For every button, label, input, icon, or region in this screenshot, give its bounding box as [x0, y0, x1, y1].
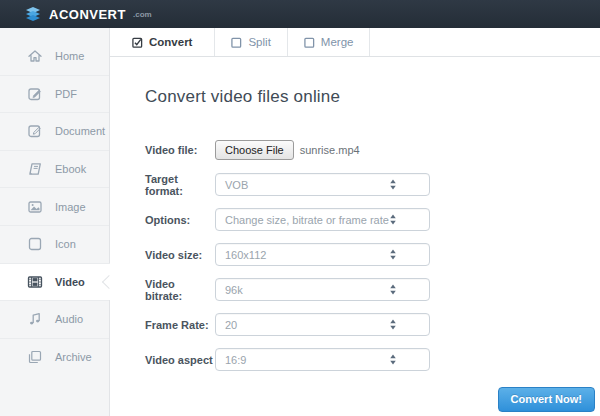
ebook-icon [27, 161, 43, 177]
form-row-video-bitrate: Video bitrate: 96k [145, 278, 600, 301]
field-label: Target format: [145, 173, 215, 197]
sidebar-item-audio[interactable]: Audio [0, 300, 109, 338]
select-stepper-icon [389, 214, 397, 225]
video-icon [27, 274, 43, 290]
brand-suffix: .com [133, 10, 152, 19]
sidebar: Home PDF Document Ebook Image Icon [0, 28, 110, 416]
field-label: Frame Rate: [145, 319, 215, 331]
target-format-select[interactable]: VOB [215, 173, 430, 196]
select-value: Change size, bitrate or frame rate [225, 214, 389, 226]
tab-convert[interactable]: Convert [110, 28, 215, 56]
audio-icon [27, 311, 43, 327]
home-icon [27, 48, 43, 64]
video-size-select[interactable]: 160x112 [215, 243, 430, 266]
sidebar-item-label: Document [55, 125, 105, 137]
app-window: ACONVERT.com Home PDF Document Ebook [0, 0, 600, 416]
layers-icon [24, 7, 42, 22]
sidebar-item-label: Audio [55, 313, 83, 325]
icon-icon [27, 236, 43, 252]
select-stepper-icon [389, 249, 397, 260]
sidebar-item-label: Home [55, 50, 84, 62]
sidebar-item-icon[interactable]: Icon [0, 225, 109, 263]
document-icon [27, 123, 43, 139]
tab-label: Merge [321, 36, 354, 48]
sidebar-item-pdf[interactable]: PDF [0, 75, 109, 113]
field-label: Video aspect [145, 354, 215, 366]
sidebar-item-label: Ebook [55, 163, 86, 175]
select-stepper-icon [389, 319, 397, 330]
select-value: 16:9 [225, 354, 246, 366]
tab-split[interactable]: Split [215, 28, 287, 56]
choose-file-button[interactable]: Choose File [215, 140, 294, 160]
field-label: Video file: [145, 144, 215, 156]
form-row-frame-rate: Frame Rate: 20 [145, 313, 600, 336]
tab-merge[interactable]: Merge [288, 28, 371, 56]
sidebar-item-label: Archive [55, 351, 92, 363]
sidebar-item-home[interactable]: Home [0, 37, 109, 75]
select-stepper-icon [389, 284, 397, 295]
options-select[interactable]: Change size, bitrate or frame rate [215, 208, 430, 231]
pdf-icon [27, 86, 43, 102]
tab-bar: Convert Split Merge [110, 28, 600, 57]
form-row-options: Options: Change size, bitrate or frame r… [145, 208, 600, 231]
brand-name: ACONVERT [49, 7, 126, 22]
convert-form: Video file: Choose File sunrise.mp4 Targ… [145, 138, 600, 371]
page-title: Convert video files online [145, 87, 600, 107]
sidebar-item-video[interactable]: Video [0, 263, 110, 301]
tab-label: Split [248, 36, 270, 48]
sidebar-item-label: Image [55, 201, 86, 213]
convert-now-button[interactable]: Convert Now! [498, 387, 596, 412]
sidebar-item-label: PDF [55, 88, 77, 100]
checkbox-unchecked-icon [304, 37, 315, 48]
checkbox-checked-icon [132, 37, 143, 48]
checkbox-unchecked-icon [231, 37, 242, 48]
frame-rate-select[interactable]: 20 [215, 313, 430, 336]
image-icon [27, 199, 43, 215]
sidebar-item-label: Icon [55, 238, 76, 250]
select-value: 96k [225, 284, 243, 296]
form-row-target-format: Target format: VOB [145, 173, 600, 196]
tab-label: Convert [149, 36, 192, 48]
video-aspect-select[interactable]: 16:9 [215, 348, 430, 371]
brand-logo[interactable]: ACONVERT.com [24, 7, 152, 22]
select-stepper-icon [389, 179, 397, 190]
sidebar-item-label: Video [55, 276, 85, 288]
field-label: Video bitrate: [145, 278, 215, 302]
archive-icon [27, 349, 43, 365]
form-row-video-size: Video size: 160x112 [145, 243, 600, 266]
sidebar-item-ebook[interactable]: Ebook [0, 150, 109, 188]
select-value: 20 [225, 319, 237, 331]
sidebar-item-document[interactable]: Document [0, 112, 109, 150]
content-area: Convert video files online Video file: C… [110, 57, 600, 383]
sidebar-item-archive[interactable]: Archive [0, 338, 109, 376]
select-stepper-icon [389, 354, 397, 365]
field-label: Options: [145, 214, 215, 226]
main-panel: Convert Split Merge Convert video files … [110, 28, 600, 416]
field-label: Video size: [145, 249, 215, 261]
video-bitrate-select[interactable]: 96k [215, 278, 430, 301]
select-value: VOB [225, 179, 248, 191]
form-row-video-aspect: Video aspect 16:9 [145, 348, 600, 371]
select-value: 160x112 [225, 249, 266, 261]
selected-filename: sunrise.mp4 [300, 144, 360, 156]
form-row-video-file: Video file: Choose File sunrise.mp4 [145, 138, 600, 161]
sidebar-item-image[interactable]: Image [0, 187, 109, 225]
top-header: ACONVERT.com [0, 0, 600, 28]
